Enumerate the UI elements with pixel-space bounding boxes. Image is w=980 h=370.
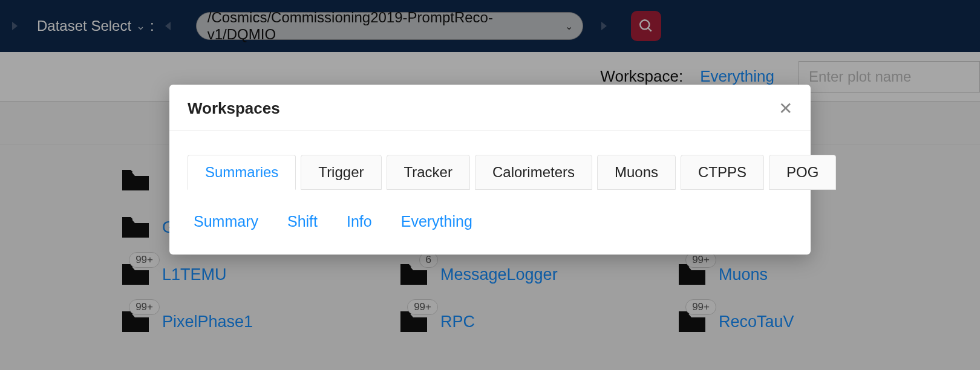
tab-calorimeters[interactable]: Calorimeters bbox=[475, 155, 592, 190]
workspace-tabs: SummariesTriggerTrackerCalorimetersMuons… bbox=[169, 131, 811, 190]
workspace-sublink-everything[interactable]: Everything bbox=[401, 213, 472, 230]
modal-header: Workspaces ✕ bbox=[169, 85, 811, 131]
workspace-sublink-summary[interactable]: Summary bbox=[194, 213, 258, 230]
workspace-sublink-shift[interactable]: Shift bbox=[287, 213, 318, 230]
tab-tracker[interactable]: Tracker bbox=[387, 155, 470, 190]
modal-title: Workspaces bbox=[188, 99, 280, 118]
tab-ctpps[interactable]: CTPPS bbox=[681, 155, 764, 190]
workspace-sublinks: SummaryShiftInfoEverything bbox=[169, 190, 811, 236]
tab-summaries[interactable]: Summaries bbox=[188, 155, 296, 190]
tab-muons[interactable]: Muons bbox=[597, 155, 676, 190]
workspaces-modal: Workspaces ✕ SummariesTriggerTrackerCalo… bbox=[169, 85, 811, 255]
workspace-sublink-info[interactable]: Info bbox=[347, 213, 372, 230]
close-icon[interactable]: ✕ bbox=[779, 100, 792, 117]
modal-overlay[interactable]: Workspaces ✕ SummariesTriggerTrackerCalo… bbox=[0, 0, 980, 370]
tab-pog[interactable]: POG bbox=[769, 155, 836, 190]
tab-trigger[interactable]: Trigger bbox=[301, 155, 381, 190]
